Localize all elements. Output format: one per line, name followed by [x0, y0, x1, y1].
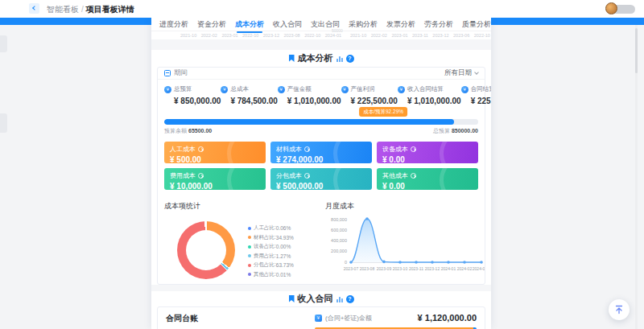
cost-card-label: 费用成本 [170, 171, 196, 180]
chevron-right-circle-icon [411, 146, 416, 152]
metric-label: 总成本 [230, 85, 249, 93]
ledger-title: 合同台账 [166, 313, 315, 324]
scrollbar-thumb[interactable] [635, 28, 638, 73]
cost-donut-chart[interactable] [177, 221, 235, 279]
analysis-tabbar: 进度分析 资金分析 成本分析 收入合同 支出合同 采购分析 发票分析 劳务分析 … [151, 18, 491, 31]
metric-label: 产值利润 [351, 85, 375, 93]
cost-card-value: ¥ 10,000.00 [170, 182, 260, 190]
tab-quality[interactable]: 质量分析 [462, 19, 491, 30]
underlying-axis-dates: 2021-10 2022-02 2023-01 2022-10 2023-12 … [151, 31, 491, 39]
avatar[interactable] [605, 2, 617, 14]
calendar-icon [164, 70, 171, 76]
metric-label: 合同结算利润 [471, 85, 491, 93]
cost-card-material[interactable]: 材料成本 ¥ 274,000.00 [270, 142, 372, 163]
legend-dot [248, 245, 251, 249]
income-contract-card: 合同台账 合同总数1 签证总数1 ¥ (合同+签证)金额 ¥ 1,120,000… [157, 306, 485, 329]
date-tick: 2022-10 [474, 33, 490, 38]
tab-progress[interactable]: 进度分析 [159, 19, 188, 30]
y-tick: 400,000 [331, 238, 347, 243]
legend-dot [248, 236, 251, 239]
bookmark-icon [289, 55, 295, 62]
chevron-left-icon [32, 6, 37, 10]
mini-chart-icon[interactable] [336, 56, 343, 62]
cost-card-equipment[interactable]: 设备成本 ¥ 0.00 [377, 142, 478, 163]
coin-icon: ¥ [398, 86, 405, 93]
help-icon[interactable]: ? [346, 55, 354, 63]
cost-budget-ratio-badge: 成本/预算92.29% [359, 107, 407, 117]
date-tick: 2023-12 [263, 33, 279, 38]
date-tick: 2023-06 [453, 33, 469, 38]
date-tick: 2024-01 [325, 33, 341, 38]
section-gap [151, 39, 491, 50]
legend-item-equipment[interactable]: 设备占比0.00% [248, 243, 294, 250]
tab-income-contract[interactable]: 收入合同 [273, 19, 302, 30]
legend-dot [248, 227, 251, 230]
legend-item-expense[interactable]: 费用占比1.27% [248, 253, 294, 260]
tab-procurement[interactable]: 采购分析 [349, 19, 378, 30]
monthly-cost-chart[interactable]: 800,000 600,000 400,000 200,000 0 [325, 212, 485, 279]
date-filter-value[interactable]: 所有日期 [444, 68, 472, 78]
y-tick: 800,000 [331, 217, 347, 222]
contract-amount-block: ¥ (合同+签证)金额 ¥ 1,120,000.00 98.21% 合同金额 ¥… [315, 313, 477, 329]
x-tick: 2023-11 [409, 266, 423, 271]
budget-progress-fill [164, 119, 454, 125]
tab-funds[interactable]: 资金分析 [197, 19, 226, 30]
amount-total: ¥ 1,120,000.00 [418, 313, 477, 323]
monthly-cost-block: 月度成本 800,000 600,000 400,000 200,000 0 [325, 201, 485, 282]
legend-item-material[interactable]: 材料占比34.93% [248, 234, 294, 241]
cost-card-label: 设备成本 [382, 145, 408, 154]
donut-chart-title: 成本项统计 [164, 201, 325, 212]
cost-card-subcontract[interactable]: 分包成本 ¥ 500,000.00 [270, 168, 372, 190]
income-section-title: 收入合同 [298, 293, 333, 305]
metric-value: ¥ 784,500.00 [230, 97, 277, 105]
date-tick: 2022-10 [242, 33, 258, 38]
chevron-down-icon [474, 70, 479, 75]
cost-item-stats-block: 成本项统计 人工占比0.06% 材料占比34.93% 设备占比0.00% 费用占… [164, 201, 325, 282]
legend-item-labor[interactable]: 人工占比0.06% [248, 224, 294, 232]
cost-analysis-card: 期间 所有日期 ¥总预算 ¥ 850,000.00 ¥总成本 ¥ 784,500… [157, 67, 485, 285]
metric-value: ¥ 225,500.00 [351, 97, 398, 105]
contract-ledger-block: 合同台账 合同总数1 签证总数1 [166, 313, 315, 329]
date-tick: 2022-10 [304, 33, 320, 38]
breadcrumb-root[interactable]: 智能看板 [47, 5, 79, 14]
y-tick: 200,000 [331, 249, 347, 253]
date-filter-dropdown[interactable]: 所有日期 [444, 68, 478, 78]
coin-icon: ¥ [278, 86, 285, 93]
amount-icon: ¥ [315, 315, 322, 322]
x-tick: 2023-07 [344, 266, 359, 271]
metric-label: 收入合同结算 [407, 85, 444, 93]
metric-total-cost: ¥总成本 ¥ 784,500.00 [221, 85, 277, 105]
area-fill [351, 219, 481, 262]
y-tick: 600,000 [331, 228, 347, 232]
kpi-metrics-row: ¥总预算 ¥ 850,000.00 ¥总成本 ¥ 784,500.00 ¥产值金… [158, 80, 485, 109]
tab-labor[interactable]: 劳务分析 [424, 19, 453, 30]
section-gap [151, 285, 491, 291]
date-tick: 2023-01 [391, 33, 407, 38]
metric-value: ¥ 1,010,000.00 [407, 97, 461, 105]
coin-icon: ¥ [164, 86, 171, 93]
back-to-top-button[interactable] [609, 299, 630, 320]
tab-cost[interactable]: 成本分析 [235, 19, 264, 30]
metric-value: ¥ 225,500.00 [471, 97, 491, 105]
date-tick: 2023-12 [432, 33, 448, 38]
cost-card-grid: 人工成本 ¥ 500.00 材料成本 ¥ 274,000.00 设备成本 ¥ 0… [158, 138, 485, 195]
chevron-right-circle-icon [198, 173, 204, 179]
date-tick: 2021-10 [350, 33, 366, 38]
period-label: 期间 [174, 68, 188, 78]
legend-item-subcontract[interactable]: 分包占比63.73% [248, 261, 294, 269]
x-tick: 2024-02 [457, 266, 473, 271]
background-fragment [0, 113, 7, 133]
date-tick: 2021-10 [180, 33, 196, 38]
y-tick: 0 [345, 260, 347, 265]
tab-invoice[interactable]: 发票分析 [386, 19, 415, 30]
underlying-value-label: 50000 [332, 28, 343, 33]
back-button[interactable] [29, 3, 39, 14]
x-tick: 2023-12 [425, 266, 440, 271]
cost-card-labor[interactable]: 人工成本 ¥ 500.00 [164, 142, 266, 163]
cost-card-expense[interactable]: 费用成本 ¥ 10,000.00 [164, 168, 266, 190]
mini-chart-icon[interactable] [336, 296, 343, 302]
help-icon[interactable]: ? [346, 295, 354, 303]
cost-card-other[interactable]: 其他成本 ¥ 0.00 [377, 168, 478, 190]
x-tick: 2024-01 [441, 266, 456, 271]
legend-item-other[interactable]: 其他占比0.01% [248, 271, 294, 278]
